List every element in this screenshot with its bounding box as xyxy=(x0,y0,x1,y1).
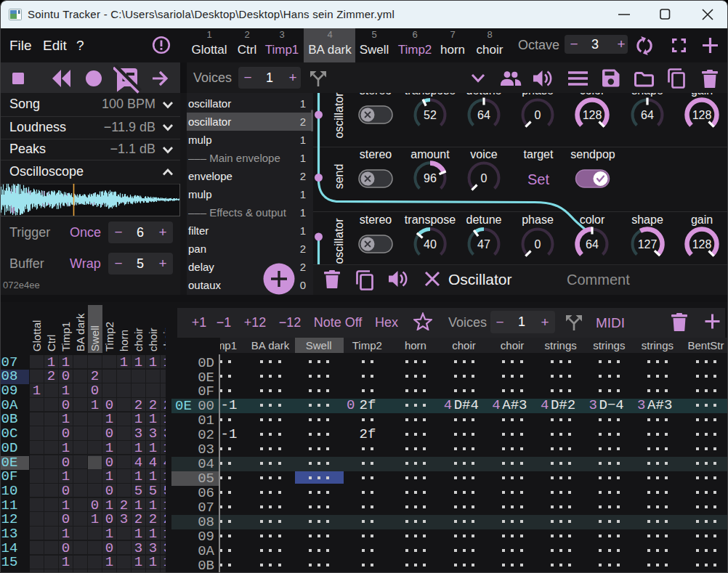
svg-text:detune: detune xyxy=(466,93,502,97)
svg-text:52: 52 xyxy=(424,109,437,121)
svg-text:128: 128 xyxy=(583,109,602,121)
svg-text:shape: shape xyxy=(631,93,663,97)
svg-text:128: 128 xyxy=(692,238,712,251)
svg-text:64: 64 xyxy=(641,109,654,121)
svg-text:gain: gain xyxy=(691,93,713,97)
svg-text:127: 127 xyxy=(638,238,658,251)
svg-text:128: 128 xyxy=(692,109,712,121)
svg-text:64: 64 xyxy=(586,238,599,251)
svg-text:64: 64 xyxy=(477,109,490,121)
svg-text:color: color xyxy=(580,93,605,97)
svg-text:47: 47 xyxy=(477,238,490,251)
svg-text:0: 0 xyxy=(481,172,488,184)
svg-text:stereo: stereo xyxy=(360,93,392,97)
svg-text:0: 0 xyxy=(535,238,541,251)
svg-text:40: 40 xyxy=(424,238,437,251)
svg-text:0: 0 xyxy=(535,109,541,121)
svg-text:transpose: transpose xyxy=(405,93,456,97)
svg-text:phase: phase xyxy=(522,93,554,97)
svg-text:96: 96 xyxy=(424,172,437,184)
